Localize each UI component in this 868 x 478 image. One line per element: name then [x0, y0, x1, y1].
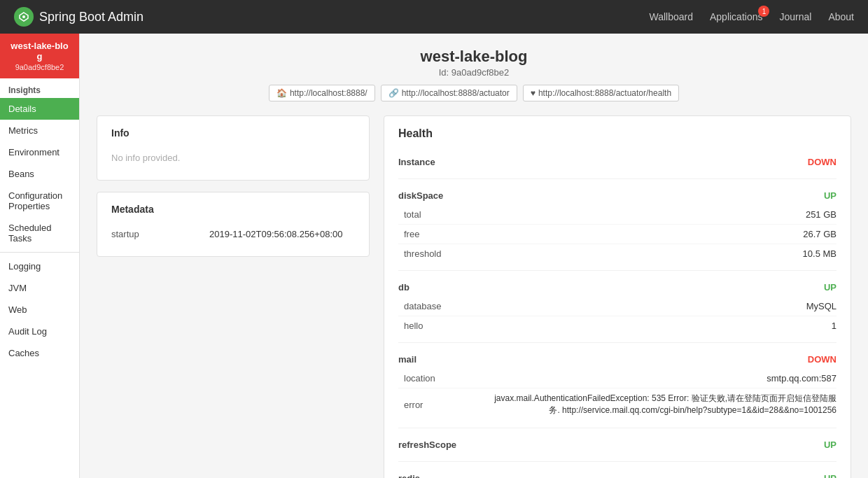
nav-links: Wallboard Applications 1 Journal About: [649, 11, 854, 22]
health-refreshscope-name: refreshScope: [398, 440, 456, 450]
heart-icon: ♥: [531, 88, 536, 98]
sidebar-app-header: west-lake-blog 9a0ad9cf8be2: [0, 34, 79, 78]
health-diskspace-name: diskSpace: [398, 190, 443, 201]
health-db-section: db UP database MySQL hello 1: [398, 271, 836, 343]
cards-row: Info No info provided. Metadata startup …: [97, 115, 851, 478]
applications-badge: 1: [758, 6, 769, 17]
info-title: Info: [111, 127, 355, 139]
health-mail-location-key: location: [398, 373, 435, 384]
health-mail-location-value: smtp.qq.com:587: [766, 373, 836, 384]
health-db-database-key: database: [398, 301, 442, 311]
health-refreshscope-header: refreshScope UP: [398, 435, 836, 454]
health-instance-section: Instance DOWN: [398, 146, 836, 179]
sidebar-item-configuration-properties[interactable]: Configuration Properties: [0, 185, 79, 217]
health-refreshscope-status: UP: [824, 440, 836, 450]
health-card: Health Instance DOWN diskSpace UP: [384, 115, 851, 478]
info-card: Info No info provided.: [97, 115, 370, 181]
health-mail-header: mail DOWN: [398, 350, 836, 369]
link-icon: 🔗: [388, 88, 399, 98]
sidebar-item-environment[interactable]: Environment: [0, 141, 79, 163]
health-diskspace-threshold-key: threshold: [398, 248, 441, 259]
health-redis-status: UP: [824, 473, 836, 478]
home-icon: 🏠: [276, 88, 287, 98]
health-mail-error: error javax.mail.AuthenticationFailedExc…: [398, 388, 836, 421]
page-id: Id: 9a0ad9cf8be2: [97, 67, 851, 78]
health-db-status: UP: [824, 282, 836, 293]
sidebar-item-logging[interactable]: Logging: [0, 255, 79, 277]
health-title-row: Health: [398, 127, 836, 140]
health-mail-section: mail DOWN location smtp.qq.com:587 error…: [398, 343, 836, 428]
app-layout: west-lake-blog 9a0ad9cf8be2 Insights Det…: [0, 34, 868, 478]
info-empty: No info provided.: [111, 147, 355, 169]
health-diskspace-total: total 251 GB: [398, 205, 836, 225]
health-mail-name: mail: [398, 354, 416, 365]
meta-value-startup: 2019-11-02T09:56:08.256+08:00: [209, 229, 355, 239]
health-db-hello: hello 1: [398, 316, 836, 335]
brand-title: Spring Boot Admin: [39, 10, 144, 24]
meta-key-startup: startup: [111, 229, 209, 239]
page-links: 🏠 http://localhost:8888/ 🔗 http://localh…: [97, 85, 851, 101]
health-instance-status: DOWN: [808, 157, 836, 167]
sidebar-item-audit-log[interactable]: Audit Log: [0, 321, 79, 342]
meta-row-startup: startup 2019-11-02T09:56:08.256+08:00: [111, 223, 355, 245]
health-diskspace-free: free 26.7 GB: [398, 225, 836, 244]
nav-applications-wrap[interactable]: Applications 1: [710, 11, 763, 22]
link-home-text: http://localhost:8888/: [290, 88, 368, 98]
brand: Spring Boot Admin: [14, 7, 144, 27]
health-redis-header: redis UP: [398, 469, 836, 478]
main-content: west-lake-blog Id: 9a0ad9cf8be2 🏠 http:/…: [80, 34, 868, 478]
sidebar-item-caches[interactable]: Caches: [0, 342, 79, 364]
health-redis-section: redis UP version 5.0.0: [398, 462, 836, 478]
card-left: Info No info provided. Metadata startup …: [97, 115, 370, 257]
sidebar-app-name: west-lake-blog: [8, 41, 71, 62]
link-health-text: http://localhost:8888/actuator/health: [538, 88, 671, 98]
sidebar-item-scheduled-tasks[interactable]: Scheduled Tasks: [0, 217, 79, 249]
health-diskspace-threshold: threshold 10.5 MB: [398, 244, 836, 263]
nav-wallboard[interactable]: Wallboard: [649, 11, 693, 22]
link-actuator[interactable]: 🔗 http://localhost:8888/actuator: [381, 85, 517, 101]
link-health[interactable]: ♥ http://localhost:8888/actuator/health: [523, 85, 679, 101]
sidebar: west-lake-blog 9a0ad9cf8be2 Insights Det…: [0, 34, 80, 478]
top-nav: Spring Boot Admin Wallboard Applications…: [0, 0, 868, 34]
health-diskspace-header: diskSpace UP: [398, 186, 836, 205]
health-db-database-value: MySQL: [806, 301, 836, 311]
sidebar-item-web[interactable]: Web: [0, 299, 79, 321]
health-mail-error-key: error: [398, 400, 423, 410]
page-title: west-lake-blog: [97, 48, 851, 66]
metadata-title: Metadata: [111, 204, 355, 215]
health-db-database: database MySQL: [398, 297, 836, 316]
metadata-table: startup 2019-11-02T09:56:08.256+08:00: [111, 223, 355, 245]
card-right: Health Instance DOWN diskSpace UP: [384, 115, 851, 478]
health-diskspace-status: UP: [824, 190, 836, 201]
nav-about[interactable]: About: [828, 11, 854, 22]
sidebar-item-jvm[interactable]: JVM: [0, 277, 79, 299]
sidebar-item-metrics[interactable]: Metrics: [0, 120, 79, 141]
health-redis-name: redis: [398, 473, 420, 478]
health-mail-status: DOWN: [808, 354, 836, 365]
health-db-header: db UP: [398, 278, 836, 297]
health-instance-header: Instance DOWN: [398, 153, 836, 171]
health-diskspace-free-value: 26.7 GB: [803, 229, 836, 239]
health-mail-location: location smtp.qq.com:587: [398, 369, 836, 388]
page-header: west-lake-blog Id: 9a0ad9cf8be2 🏠 http:/…: [97, 48, 851, 101]
nav-journal[interactable]: Journal: [779, 11, 811, 22]
nav-applications[interactable]: Applications: [710, 11, 763, 22]
health-diskspace-free-key: free: [398, 229, 419, 239]
sidebar-divider-1: [0, 252, 79, 253]
svg-point-1: [22, 15, 25, 18]
health-title: Health: [398, 127, 433, 140]
health-diskspace-total-key: total: [398, 209, 421, 220]
health-db-hello-key: hello: [398, 321, 423, 331]
metadata-card: Metadata startup 2019-11-02T09:56:08.256…: [97, 192, 370, 257]
link-actuator-text: http://localhost:8888/actuator: [402, 88, 510, 98]
sidebar-item-beans[interactable]: Beans: [0, 163, 79, 185]
sidebar-item-details[interactable]: Details: [0, 98, 79, 120]
brand-icon: [14, 7, 34, 27]
sidebar-section-insights: Insights: [0, 78, 79, 98]
health-diskspace-total-value: 251 GB: [806, 209, 836, 220]
sidebar-app-id: 9a0ad9cf8be2: [8, 63, 71, 71]
link-home[interactable]: 🏠 http://localhost:8888/: [269, 85, 375, 101]
health-refreshscope-section: refreshScope UP: [398, 428, 836, 462]
health-mail-error-value: javax.mail.AuthenticationFailedException…: [486, 393, 836, 416]
health-db-name: db: [398, 282, 410, 293]
